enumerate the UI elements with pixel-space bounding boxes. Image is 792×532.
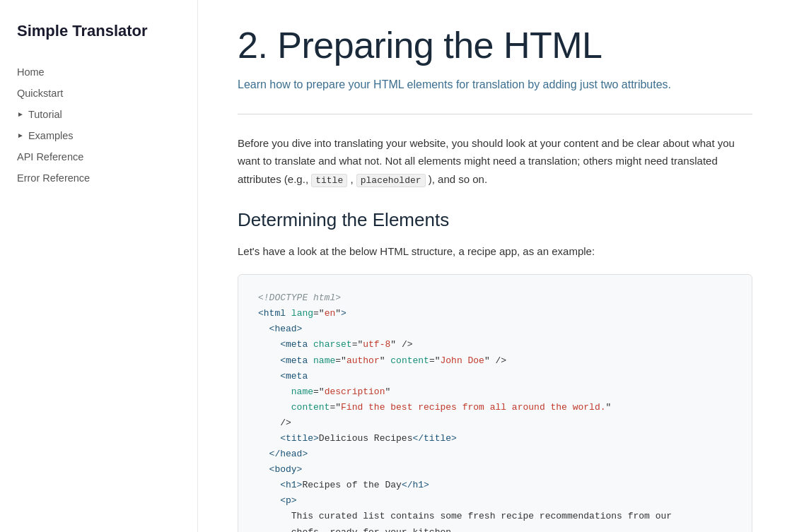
code-line-12: <body> (258, 462, 732, 478)
chevron-right-icon: ► (17, 110, 24, 118)
sidebar-title: Simple Translator (17, 21, 180, 42)
sidebar-item-quickstart[interactable]: Quickstart (17, 83, 180, 104)
main-content: 2. Preparing the HTML Learn how to prepa… (198, 0, 792, 532)
inline-code-placeholder: placeholder (356, 174, 426, 187)
code-line-16: chefs, ready for your kitchen. (258, 525, 732, 532)
inline-code-title: title (311, 174, 347, 187)
code-line-2: <html lang="en"> (258, 306, 732, 321)
code-line-4: <meta charset="utf-8" /> (258, 337, 732, 353)
code-line-7: name="description" (258, 384, 732, 400)
sidebar-item-examples[interactable]: ► Examples (17, 125, 180, 146)
code-line-3: <head> (258, 321, 732, 337)
code-block: <!DOCTYPE html> <html lang="en"> <head> … (238, 274, 752, 532)
code-line-8: content="Find the best recipes from all … (258, 400, 732, 415)
section-intro: Let's have a look at the below HTML stru… (238, 242, 752, 261)
code-line-10: <title>Delicious Recipes</title> (258, 431, 732, 447)
code-line-14: <p> (258, 493, 732, 509)
sidebar-item-error-reference[interactable]: Error Reference (17, 167, 180, 189)
code-line-5: <meta name="author" content="John Doe" /… (258, 353, 732, 369)
page-subtitle: Learn how to prepare your HTML elements … (238, 76, 676, 94)
code-line-15: This curated list contains some fresh re… (258, 509, 732, 524)
code-line-13: <h1>Recipes of the Day</h1> (258, 478, 732, 493)
section-heading: Determining the Elements (238, 208, 752, 232)
code-line-9: /> (258, 415, 732, 431)
sidebar-nav: Home Quickstart ► Tutorial ► Examples AP… (17, 61, 180, 189)
page-heading: 2. Preparing the HTML (238, 25, 752, 66)
code-line-1: <!DOCTYPE html> (258, 290, 732, 306)
body-text: Before you dive into translating your we… (238, 134, 752, 189)
sidebar-item-tutorial[interactable]: ► Tutorial (17, 104, 180, 125)
sidebar-item-api-reference[interactable]: API Reference (17, 146, 180, 167)
sidebar-item-home[interactable]: Home (17, 61, 180, 83)
code-line-6: <meta (258, 369, 732, 384)
section-divider (238, 114, 752, 114)
code-line-11: </head> (258, 447, 732, 462)
chevron-right-icon: ► (17, 131, 24, 139)
sidebar: Simple Translator Home Quickstart ► Tuto… (0, 0, 198, 532)
